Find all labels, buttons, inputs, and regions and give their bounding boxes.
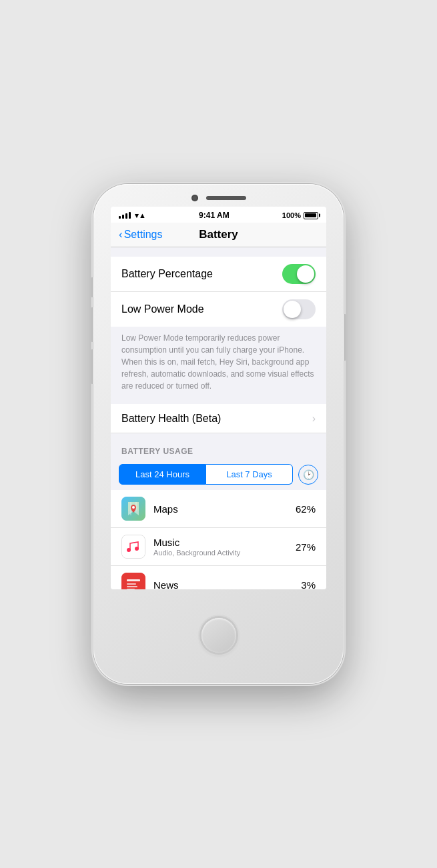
low-power-description-text: Low Power Mode temporarily reduces power… <box>121 333 314 391</box>
news-pct: 3% <box>301 579 316 590</box>
clock-icon: 🕑 <box>303 469 314 480</box>
svg-rect-11 <box>127 583 136 585</box>
last-24-hours-tab[interactable]: Last 24 Hours <box>119 464 206 485</box>
phone-frame: ▾▲ 9:41 AM 100% ‹ Settings Battery <box>93 184 344 684</box>
phone-bottom <box>201 589 236 684</box>
music-sub: Audio, Background Activity <box>153 549 296 557</box>
content-area: Battery Percentage Low Power Mode Low Po… <box>111 247 326 589</box>
svg-rect-12 <box>127 586 137 587</box>
svg-point-7 <box>127 548 131 552</box>
back-label: Settings <box>124 229 163 241</box>
signal-bar-3 <box>125 213 127 219</box>
status-left: ▾▲ <box>119 211 146 220</box>
volume-down-button[interactable] <box>91 349 93 384</box>
back-button[interactable]: ‹ Settings <box>119 228 162 241</box>
low-power-mode-cell: Low Power Mode <box>111 292 326 327</box>
time-range-selector: Last 24 Hours Last 7 Days 🕑 <box>119 464 318 485</box>
maps-name: Maps <box>153 503 296 515</box>
maps-app-icon <box>121 497 145 521</box>
signal-bar-4 <box>129 212 131 219</box>
top-gap <box>111 247 326 257</box>
speaker <box>206 196 246 200</box>
toggle-knob <box>297 265 314 283</box>
signal-bar-1 <box>119 216 121 219</box>
battery-icon <box>304 212 318 219</box>
status-time: 9:41 AM <box>199 211 230 220</box>
battery-percentage-label: Battery Percentage <box>121 268 213 280</box>
low-power-mode-toggle[interactable] <box>282 299 316 319</box>
news-name: News <box>153 579 301 590</box>
app-list: Maps 62% Music <box>111 490 326 589</box>
low-power-description: Low Power Mode temporarily reduces power… <box>111 327 326 400</box>
screen: ▾▲ 9:41 AM 100% ‹ Settings Battery <box>111 207 326 589</box>
music-info: Music Audio, Background Activity <box>153 537 296 557</box>
news-info: News <box>153 579 301 590</box>
volume-up-button[interactable] <box>91 307 93 342</box>
chevron-left-icon: ‹ <box>119 228 123 241</box>
list-item[interactable]: Music Audio, Background Activity 27% <box>111 528 326 566</box>
phone-top <box>93 184 344 201</box>
svg-point-5 <box>132 506 135 509</box>
svg-point-8 <box>135 547 139 551</box>
gap-3 <box>111 433 326 443</box>
svg-rect-13 <box>127 589 135 589</box>
home-button[interactable] <box>201 618 236 653</box>
svg-rect-6 <box>122 535 145 558</box>
toggle-knob-2 <box>284 301 301 318</box>
last-7-days-tab[interactable]: Last 7 Days <box>206 464 293 485</box>
svg-rect-10 <box>127 579 140 581</box>
maps-info: Maps <box>153 503 296 515</box>
battery-percentage-toggle[interactable] <box>282 264 316 284</box>
music-app-icon <box>121 535 145 559</box>
music-pct: 27% <box>296 541 316 553</box>
battery-percentage-cell: Battery Percentage <box>111 257 326 292</box>
clock-button[interactable]: 🕑 <box>298 465 318 485</box>
mute-button[interactable] <box>91 277 93 297</box>
chevron-right-icon: › <box>312 413 316 425</box>
news-app-icon <box>121 573 145 589</box>
battery-usage-label: BATTERY USAGE <box>121 447 193 456</box>
wifi-icon: ▾▲ <box>135 211 146 220</box>
music-name: Music <box>153 537 296 548</box>
maps-pct: 62% <box>296 503 316 515</box>
navigation-bar: ‹ Settings Battery <box>111 223 326 247</box>
list-item[interactable]: News 3% <box>111 566 326 589</box>
low-power-mode-label: Low Power Mode <box>121 303 204 315</box>
power-button[interactable] <box>344 314 346 361</box>
page-title: Battery <box>199 228 238 241</box>
signal-bar-2 <box>122 215 124 219</box>
list-item[interactable]: Maps 62% <box>111 490 326 528</box>
battery-health-label: Battery Health (Beta) <box>121 413 221 425</box>
status-bar: ▾▲ 9:41 AM 100% <box>111 207 326 223</box>
battery-pct-text: 100% <box>282 211 301 219</box>
front-camera <box>191 195 198 201</box>
battery-usage-header: BATTERY USAGE <box>111 443 326 459</box>
status-right: 100% <box>282 211 318 219</box>
toggle-group: Battery Percentage Low Power Mode <box>111 257 326 327</box>
battery-health-cell[interactable]: Battery Health (Beta) › <box>111 404 326 433</box>
signal-icon <box>119 212 131 219</box>
